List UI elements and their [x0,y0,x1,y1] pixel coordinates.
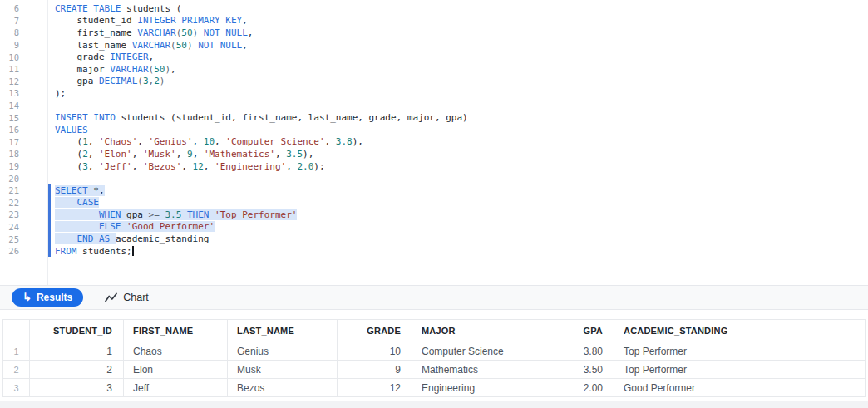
table-cell[interactable]: Mathematics [412,361,545,379]
gutter [19,63,55,76]
row-number-cell[interactable]: 1 [3,342,30,361]
code-text: gpa DECIMAL(3,2) [55,76,165,86]
code-token: , [88,161,99,172]
results-tab[interactable]: ↳ Results [12,288,83,307]
code-editor[interactable]: 6CREATE TABLE students (7 student_id INT… [0,0,868,285]
table-cell[interactable]: Elon [124,361,228,379]
column-header-academic_standing[interactable]: ACADEMIC_STANDING [614,320,866,342]
line-number: 11 [0,64,19,74]
column-header-grade[interactable]: GRADE [338,320,412,342]
code-token: 50 [181,27,192,38]
code-token: , [137,136,148,147]
line-number: 12 [0,76,19,86]
chart-tab[interactable]: Chart [105,292,149,303]
code-token: 3.5 [165,209,181,220]
table-cell[interactable]: Bezos [228,379,338,397]
code-line[interactable]: 22 CASE [0,197,868,209]
code-line[interactable]: 24 ELSE 'Good Performer' [0,221,868,233]
results-table: STUDENT_IDFIRST_NAMELAST_NAMEGRADEMAJORG… [2,319,866,397]
table-cell[interactable]: 3.80 [545,342,614,361]
code-line[interactable]: 17 (1, 'Chaos', 'Genius', 10, 'Computer … [0,136,868,149]
code-line[interactable]: 10 grade INTEGER, [0,51,868,63]
code-token: >= [149,209,160,220]
table-cell[interactable]: Computer Science [412,342,545,361]
code-line[interactable]: 11 major VARCHAR(50), [0,63,868,76]
line-number: 14 [0,101,19,111]
column-header-gpa[interactable]: GPA [545,320,614,342]
code-token: 50 [176,40,187,51]
table-cell[interactable]: 12 [338,379,412,397]
row-number-header [3,320,30,342]
table-cell[interactable]: Top Performer [614,342,866,361]
code-token: , [88,136,99,147]
code-line[interactable]: 23 WHEN gpa >= 3.5 THEN 'Top Performer' [0,209,868,221]
table-cell[interactable]: Chaos [124,342,228,361]
code-line[interactable]: 20 [0,172,868,184]
code-token: , [325,136,336,147]
code-line[interactable]: 12 gpa DECIMAL(3,2) [0,76,868,88]
row-number-cell[interactable]: 2 [3,361,30,379]
table-cell[interactable]: 3.50 [545,361,614,379]
code-token: , [248,27,254,38]
code-token [198,27,204,38]
code-line[interactable]: 13); [0,87,868,100]
code-line[interactable]: 21SELECT *, [0,184,868,197]
code-token: , [132,161,143,172]
code-line[interactable]: 19 (3, 'Jeff', 'Bezos', 12, 'Engineering… [0,160,868,173]
table-row[interactable]: 33JeffBezos12Engineering2.00Good Perform… [3,379,866,397]
gutter [19,124,55,136]
code-line[interactable]: 14 [0,100,868,112]
table-cell[interactable]: 2.00 [545,379,614,397]
gutter [19,172,55,184]
code-line[interactable]: 16VALUES [0,124,868,136]
code-token: ( [55,136,82,147]
code-line[interactable]: 9 last_name VARCHAR(50) NOT NULL, [0,39,868,52]
table-row[interactable]: 11ChaosGenius10Computer Science3.80Top P… [3,342,866,361]
table-cell[interactable]: Musk [228,361,338,379]
table-cell[interactable]: Top Performer [614,361,866,379]
column-header-first_name[interactable]: FIRST_NAME [124,320,228,342]
code-text: ELSE 'Good Performer' [55,221,215,232]
line-number: 26 [0,246,19,256]
code-token: 9 [187,149,193,160]
table-cell[interactable]: 3 [30,379,124,397]
code-line[interactable]: 6CREATE TABLE students ( [0,2,868,15]
code-line[interactable]: 26FROM students; [0,245,868,258]
code-token: 2 [82,149,88,160]
row-number-cell[interactable]: 3 [3,379,30,397]
gutter [19,221,55,233]
code-text: grade INTEGER, [55,52,154,62]
code-token: first_name [55,27,137,38]
code-token: 3.8 [336,136,353,147]
code-text: FROM students; [55,246,134,257]
code-text: major VARCHAR(50), [55,64,176,75]
code-line[interactable]: 25 END AS academic_standing [0,233,868,245]
column-header-student_id[interactable]: STUDENT_ID [30,320,124,342]
code-token: 'Jeff' [99,161,132,172]
table-cell[interactable]: 1 [30,342,124,361]
table-cell[interactable]: Jeff [124,379,228,397]
table-cell[interactable]: Engineering [412,379,545,397]
code-line[interactable]: 18 (2, 'Elon', 'Musk', 9, 'Mathematics',… [0,148,868,160]
results-background [0,401,868,408]
line-number: 18 [0,149,19,159]
table-cell[interactable]: Genius [228,342,338,361]
table-cell[interactable]: 10 [338,342,412,361]
code-line[interactable]: 8 first_name VARCHAR(50) NOT NULL, [0,27,868,39]
table-cell[interactable]: 2 [30,361,124,379]
code-token: ), [353,136,363,147]
line-number: 7 [0,16,19,26]
code-token [55,221,99,232]
column-header-major[interactable]: MAJOR [412,320,545,342]
code-line[interactable]: 15INSERT INTO students (student_id, firs… [0,111,868,124]
line-number: 6 [0,3,19,13]
statement-indicator-bar [48,221,51,233]
column-header-last_name[interactable]: LAST_NAME [228,320,338,342]
line-number: 17 [0,137,19,147]
table-cell[interactable]: Good Performer [614,379,866,397]
gutter [19,111,55,124]
table-cell[interactable]: 9 [338,361,412,379]
table-row[interactable]: 22ElonMusk9Mathematics3.50Top Performer [3,361,866,379]
code-token: 50 [154,64,165,75]
code-line[interactable]: 7 student_id INTEGER PRIMARY KEY, [0,15,868,27]
